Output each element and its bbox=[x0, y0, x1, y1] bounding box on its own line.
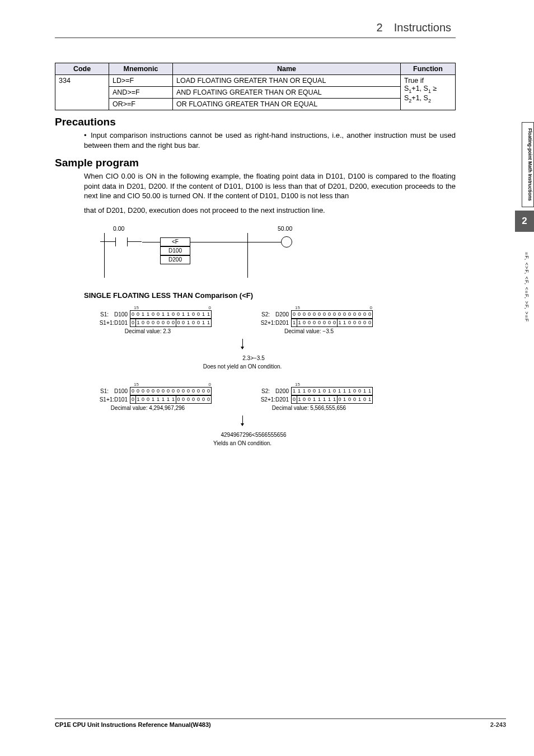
footer: CP1E CPU Unit Instructions Reference Man… bbox=[55, 718, 506, 728]
side-tab-topic: =F, <>F, <F, <=F, >F, >=F bbox=[524, 252, 530, 322]
side-tab-category: Floating-point Math Instructions bbox=[522, 122, 534, 207]
contact-label: 0.00 bbox=[113, 225, 124, 232]
instruction-table: Code Mnemonic Name Function 334 LD>=F LO… bbox=[55, 63, 456, 110]
manual-title: CP1E CPU Unit Instructions Reference Man… bbox=[55, 721, 211, 728]
page-number: 2-243 bbox=[490, 721, 506, 728]
sample-para1: When CIO 0.00 is ON in the following exa… bbox=[84, 171, 456, 201]
ladder-box-d100: D100 bbox=[160, 246, 190, 255]
precautions-heading: Precautions bbox=[55, 116, 456, 128]
header-rule bbox=[55, 38, 456, 38]
ladder-box-op: <F bbox=[160, 237, 190, 246]
sample-para2: that of D201, D200, execution does not p… bbox=[84, 206, 456, 216]
cell-mnemonic: LD>=F bbox=[109, 75, 173, 87]
cell-function: True if S1+1, S1 ≥ S2+1, S2 bbox=[401, 75, 456, 110]
bit-diagram-set1: 150 S1: D1000011001100110011 S1+1:D10101… bbox=[84, 305, 456, 370]
side-tab-chapter: 2 bbox=[515, 211, 534, 232]
coil-label: 50.00 bbox=[278, 225, 292, 232]
cell-name: LOAD FLOATING GREATER THAN OR EQUAL bbox=[173, 75, 401, 87]
th-name: Name bbox=[173, 63, 401, 75]
cell-mnemonic: AND>=F bbox=[109, 87, 173, 99]
precautions-bullet: •Input comparison instructions cannot be… bbox=[84, 130, 456, 150]
table-row: AND>=F AND FLOATING GREATER THAN OR EQUA… bbox=[55, 87, 456, 99]
ladder-box-d200: D200 bbox=[160, 255, 190, 264]
ladder-diagram: 0.00 <F D100 D200 50.00 bbox=[104, 220, 456, 281]
comparison-expr: 4294967296<5566555656 bbox=[84, 432, 401, 438]
th-mnemonic: Mnemonic bbox=[109, 63, 173, 75]
cell-mnemonic: OR>=F bbox=[109, 99, 173, 110]
breadcrumb: 2 Instructions bbox=[55, 21, 456, 34]
condition-result: Yields an ON condition. bbox=[84, 440, 401, 446]
side-tabs: Floating-point Math Instructions 2 =F, <… bbox=[512, 122, 534, 322]
comparison-title: SINGLE FLOATING LESS THAN Comparison (<F… bbox=[84, 291, 456, 300]
cell-name: AND FLOATING GREATER THAN OR EQUAL bbox=[173, 87, 401, 99]
table-row: OR>=F OR FLOATING GREATER THAN OR EQUAL bbox=[55, 99, 456, 110]
ladder-coil bbox=[281, 236, 292, 248]
decimal-value: Decimal value: 4,294,967,296 bbox=[84, 405, 212, 411]
th-function: Function bbox=[401, 63, 456, 75]
condition-result: Does not yield an ON condition. bbox=[84, 363, 401, 370]
bit-diagram-set2: 150 S1: D1000000000000000000 S1+1:D10101… bbox=[84, 382, 456, 446]
cell-code: 334 bbox=[55, 75, 109, 110]
sample-heading: Sample program bbox=[55, 157, 456, 169]
comparison-expr: 2.3>−3.5 bbox=[84, 355, 401, 361]
th-code: Code bbox=[55, 63, 109, 75]
decimal-value: Decimal value: 5,566,555,656 bbox=[245, 405, 373, 411]
decimal-value: Decimal value: −3.5 bbox=[245, 328, 373, 334]
cell-name: OR FLOATING GREATER THAN OR EQUAL bbox=[173, 99, 401, 110]
ladder-contact bbox=[115, 237, 128, 246]
table-row: 334 LD>=F LOAD FLOATING GREATER THAN OR … bbox=[55, 75, 456, 87]
decimal-value: Decimal value: 2.3 bbox=[84, 328, 212, 334]
